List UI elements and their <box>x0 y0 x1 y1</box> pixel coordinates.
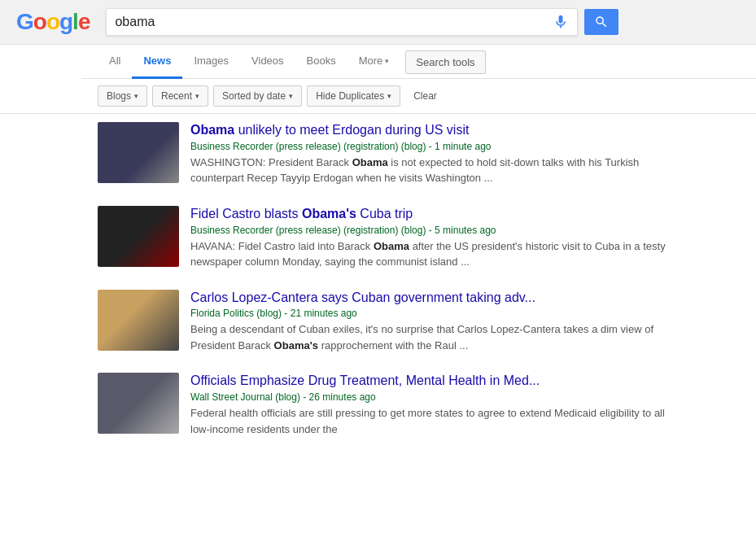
logo-letter-g: G <box>16 9 33 34</box>
filter-hide-duplicates[interactable]: Hide Duplicates ▾ <box>307 85 400 107</box>
result-content: Obama unlikely to meet Erdogan during US… <box>190 122 667 186</box>
tab-news[interactable]: News <box>132 45 182 79</box>
result-snippet: WASHINGTON: President Barack Obama is no… <box>190 155 667 186</box>
result-thumbnail <box>98 373 179 434</box>
filter-blogs[interactable]: Blogs ▾ <box>98 85 147 107</box>
result-content: Carlos Lopez-Cantera says Cuban governme… <box>190 290 667 354</box>
chevron-down-icon: ▾ <box>385 57 389 65</box>
result-source: Business Recorder (press release) (regis… <box>190 141 667 152</box>
filter-bar: Blogs ▾ Recent ▾ Sorted by date ▾ Hide D… <box>0 79 756 114</box>
tab-images[interactable]: Images <box>182 45 240 79</box>
search-button[interactable] <box>584 9 618 35</box>
tab-videos[interactable]: Videos <box>240 45 295 79</box>
result-content: Fidel Castro blasts Obama's Cuba trip Bu… <box>190 206 667 270</box>
result-snippet: HAVANA: Fidel Castro laid into Barack Ob… <box>190 238 667 270</box>
table-row: Carlos Lopez-Cantera says Cuban governme… <box>98 290 667 354</box>
result-title-link[interactable]: Fidel Castro blasts Obama's Cuba trip <box>190 207 413 221</box>
logo-letter-g2: g <box>59 9 72 34</box>
logo-letter-e: e <box>78 9 90 34</box>
microphone-icon[interactable] <box>553 14 569 30</box>
google-logo[interactable]: Google <box>16 9 90 35</box>
chevron-down-icon: ▾ <box>387 92 391 100</box>
chevron-down-icon: ▾ <box>289 92 293 100</box>
chevron-down-icon: ▾ <box>134 92 138 100</box>
search-tools-button[interactable]: Search tools <box>405 50 485 74</box>
result-thumbnail <box>98 206 179 267</box>
result-snippet: Being a descendant of Cuban exiles, it's… <box>190 321 667 353</box>
result-source: Florida Politics (blog) - 21 minutes ago <box>190 308 667 319</box>
tab-books[interactable]: Books <box>295 45 347 79</box>
result-title-link[interactable]: Obama unlikely to meet Erdogan during US… <box>190 123 469 137</box>
logo-letter-l: l <box>72 9 78 34</box>
search-icon <box>594 15 609 29</box>
result-title-link[interactable]: Officials Emphasize Drug Treatment, Ment… <box>190 373 540 387</box>
result-content: Officials Emphasize Drug Treatment, Ment… <box>190 373 667 437</box>
filter-recent[interactable]: Recent ▾ <box>152 85 208 107</box>
result-source: Business Recorder (press release) (regis… <box>190 225 667 236</box>
logo-letter-o1: o <box>33 9 46 34</box>
chevron-down-icon: ▾ <box>195 92 199 100</box>
table-row: Fidel Castro blasts Obama's Cuba trip Bu… <box>98 206 667 270</box>
logo-letter-o2: o <box>46 9 59 34</box>
table-row: Officials Emphasize Drug Treatment, Ment… <box>98 373 667 437</box>
result-snippet: Federal health officials are still press… <box>190 405 667 437</box>
search-bar: obama <box>106 8 578 36</box>
tab-all[interactable]: All <box>98 45 132 79</box>
result-source: Wall Street Journal (blog) - 26 minutes … <box>190 391 667 403</box>
result-thumbnail <box>98 290 179 351</box>
header: Google obama <box>0 0 756 45</box>
nav-tabs: All News Images Videos Books More ▾ Sear… <box>81 45 756 79</box>
table-row: Obama unlikely to meet Erdogan during US… <box>98 122 667 186</box>
search-input[interactable]: obama <box>115 15 546 29</box>
filter-sorted-by-date[interactable]: Sorted by date ▾ <box>213 85 302 107</box>
tab-more[interactable]: More ▾ <box>347 45 401 79</box>
clear-filters-button[interactable]: Clear <box>405 86 445 106</box>
result-title-link[interactable]: Carlos Lopez-Cantera says Cuban governme… <box>190 290 535 304</box>
result-thumbnail <box>98 122 179 183</box>
results-container: Obama unlikely to meet Erdogan during US… <box>0 114 756 473</box>
